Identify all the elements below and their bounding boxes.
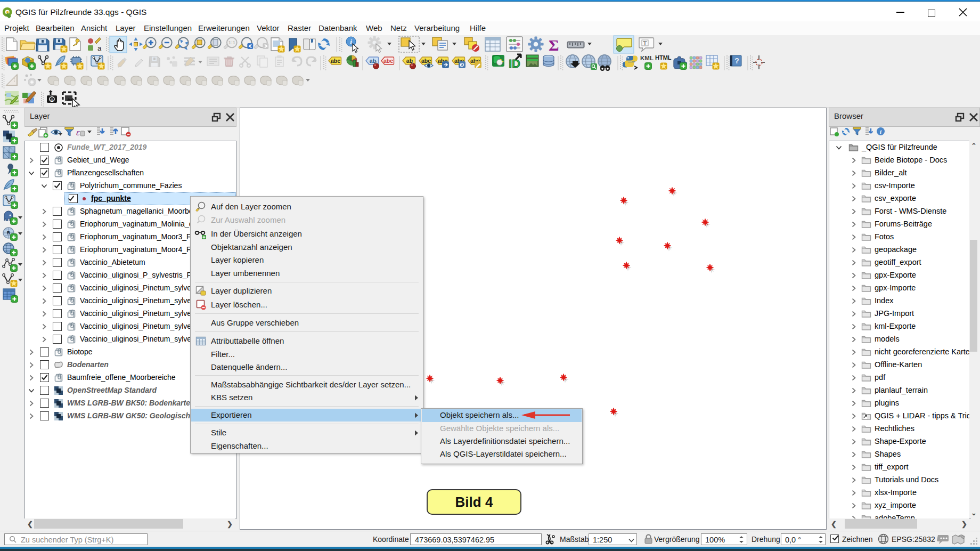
svg-text:abc: abc bbox=[421, 58, 431, 64]
svg-text:abc: abc bbox=[331, 58, 340, 64]
svg-text:abc: abc bbox=[383, 58, 393, 64]
svg-text:Σ: Σ bbox=[549, 36, 559, 54]
svg-text:a: a bbox=[97, 44, 102, 52]
svg-text:1:1: 1:1 bbox=[228, 40, 235, 45]
svg-text:HTML: HTML bbox=[655, 54, 672, 61]
svg-text:KML: KML bbox=[640, 55, 654, 61]
svg-text:ab: ab bbox=[370, 58, 376, 64]
svg-text:ε: ε bbox=[76, 127, 80, 137]
svg-text:ID: ID bbox=[509, 57, 520, 70]
svg-text:ab: ab bbox=[406, 58, 413, 64]
svg-text:?: ? bbox=[734, 56, 739, 65]
svg-text:o: o bbox=[51, 97, 53, 102]
svg-text:i: i bbox=[350, 38, 352, 46]
svg-text:T: T bbox=[643, 39, 647, 47]
svg-text:R: R bbox=[7, 230, 11, 236]
